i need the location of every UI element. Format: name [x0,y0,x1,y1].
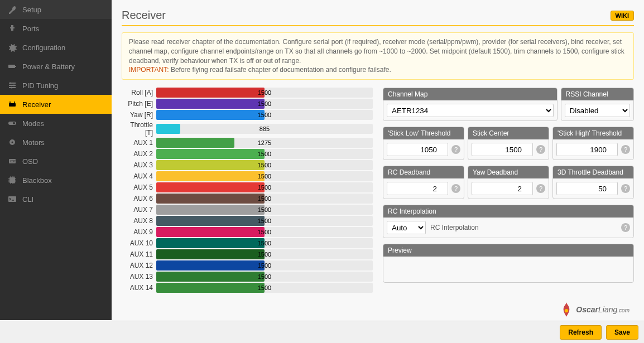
sidebar-item-modes[interactable]: Modes [0,114,112,133]
sidebar-item-label: Receiver [22,100,51,109]
channel-value: 1500 [156,110,373,120]
channel-value: 1500 [156,160,373,170]
rssi-select[interactable]: Disabled [565,104,630,117]
help-icon[interactable]: ? [451,184,460,193]
rssi-panel: RSSI Channel Disabled [561,88,634,121]
channel-map-select[interactable]: AETR1234 [387,104,554,117]
svg-point-7 [13,122,15,124]
sidebar-item-power-battery[interactable]: Power & Battery [0,57,112,76]
channel-label: AUX 14 [122,284,156,292]
stick-high-title: 'Stick High' Threshold [558,129,629,137]
channel-bar: 1500 [156,171,373,181]
wiki-button[interactable]: WIKI [611,11,634,21]
svg-point-3 [13,85,15,86]
sidebar-item-label: Motors [22,138,45,147]
stick-low-input[interactable] [387,143,448,156]
channel-value: 1500 [156,205,373,215]
channel-label: Roll [A] [122,89,156,96]
yaw-deadband-input[interactable] [472,182,533,195]
osd-icon: OSD [8,157,17,166]
channel-value: 1275 [156,138,373,148]
notebox-text: Please read receiver chapter of the docu… [129,38,624,65]
motor-icon [8,138,17,147]
channel-value: 1500 [156,171,373,181]
toggle-icon [8,119,17,128]
throttle-deadband-title: 3D Throttle Deadband [558,168,629,176]
channels-list: Roll [A]1500Pitch [E]1500Yaw [R]1500Thro… [122,88,373,294]
channel-bar: 1275 [156,138,373,148]
channel-value: 1500 [156,99,373,109]
stick-low-panel: 'Stick Low' Threshold ? [383,127,464,160]
help-icon[interactable]: ? [621,223,630,232]
svg-point-2 [10,83,12,84]
chip-icon [8,176,17,185]
channel-bar: 1500 [156,216,373,226]
channel-label: AUX 3 [122,161,156,169]
right-column: Channel Map AETR1234 RSSI Channel Disabl… [383,88,634,294]
svg-point-14 [565,309,568,312]
rc-deadband-input[interactable] [387,182,448,195]
help-icon[interactable]: ? [621,145,630,154]
sidebar-item-pid-tuning[interactable]: PID Tuning [0,76,112,95]
terminal-icon [8,195,17,204]
svg-rect-13 [8,196,16,202]
sidebar-item-setup[interactable]: Setup [0,0,112,19]
channel-row: AUX 131500 [122,272,373,282]
watermark: OscarLiang.com [559,301,629,318]
stick-center-input[interactable] [472,143,533,156]
sidebar-item-osd[interactable]: OSDOSD [0,152,112,171]
help-icon[interactable]: ? [536,184,545,193]
throttle-deadband-panel: 3D Throttle Deadband ? [552,166,634,199]
channel-bar: 1500 [156,272,373,282]
stick-center-title: Stick Center [473,129,544,137]
sidebar-item-receiver[interactable]: Receiver [0,95,112,114]
channel-value: 1500 [156,260,373,270]
sidebar: SetupPortsConfigurationPower & BatteryPI… [0,0,112,320]
help-icon[interactable]: ? [451,145,460,154]
throttle-deadband-input[interactable] [556,182,618,195]
sidebar-item-label: Configuration [22,44,65,52]
svg-rect-0 [8,65,15,68]
rc-interpolation-panel: RC Interpolation Auto RC Interpolation ? [383,205,634,238]
channel-bar: 1500 [156,205,373,215]
preview-panel: Preview [383,244,634,283]
channel-label: Pitch [E] [122,100,156,108]
sidebar-item-label: Ports [22,25,39,33]
channel-label: AUX 11 [122,250,156,258]
sidebar-item-configuration[interactable]: Configuration [0,38,112,57]
channel-label: AUX 8 [122,217,156,225]
channel-bar: 1500 [156,160,373,170]
channel-row: AUX 41500 [122,171,373,181]
rc-interp-title: RC Interpolation [388,207,629,215]
help-icon[interactable]: ? [536,145,545,154]
logo-icon [559,301,574,318]
channel-bar: 1500 [156,238,373,248]
channel-value: 1500 [156,88,373,98]
channel-row: Pitch [E]1500 [122,99,373,109]
channel-label: AUX 2 [122,150,156,158]
sliders-icon [8,81,17,90]
channel-label: AUX 12 [122,262,156,269]
sidebar-item-label: CLI [22,195,33,204]
sidebar-item-motors[interactable]: Motors [0,133,112,152]
channel-row: AUX 61500 [122,194,373,204]
sidebar-item-label: Blackbox [22,176,52,185]
svg-point-9 [12,142,13,143]
svg-rect-5 [9,103,16,107]
channel-value: 1500 [156,238,373,248]
stick-high-input[interactable] [556,143,618,156]
svg-rect-12 [9,177,15,183]
sidebar-item-blackbox[interactable]: Blackbox [0,171,112,190]
help-icon[interactable]: ? [621,184,630,193]
channel-label: AUX 1 [122,139,156,147]
rssi-title: RSSI Channel [566,90,629,98]
sidebar-item-cli[interactable]: CLI [0,190,112,209]
important-text: Before flying read failsafe chapter of d… [169,66,391,74]
channel-row: Roll [A]1500 [122,88,373,98]
rc-interp-select[interactable]: Auto [387,221,426,234]
stick-high-panel: 'Stick High' Threshold ? [552,127,634,160]
channel-row: AUX 91500 [122,227,373,237]
channel-value: 1500 [156,149,373,159]
sidebar-item-ports[interactable]: Ports [0,19,112,38]
rc-deadband-panel: RC Deadband ? [383,166,464,199]
